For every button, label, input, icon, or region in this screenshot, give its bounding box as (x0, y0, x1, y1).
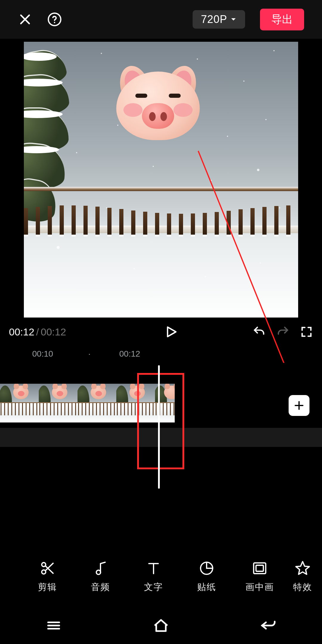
sticker-icon (199, 560, 215, 576)
chevron-down-icon (230, 16, 237, 23)
tool-pip[interactable]: 画中画 (233, 560, 286, 593)
text-icon (145, 560, 162, 576)
star-icon (295, 560, 311, 576)
pig-sticker (116, 66, 200, 140)
timeline-ruler[interactable]: 00:10·00:12 (0, 345, 322, 363)
timeline-playhead[interactable] (158, 365, 160, 489)
tool-audio[interactable]: 音频 (74, 560, 127, 593)
music-note-icon (92, 560, 109, 576)
preview-platform: /*posts generated below via JS for brevi… (24, 186, 298, 264)
help-button[interactable] (47, 12, 62, 27)
pip-icon (252, 560, 268, 576)
svg-marker-4 (168, 327, 176, 337)
ruler-mark: 00:10 (32, 349, 53, 359)
clip-thumbnail[interactable] (39, 384, 78, 422)
tool-label: 剪辑 (38, 581, 57, 593)
system-nav-bar (0, 608, 322, 644)
home-icon (151, 616, 171, 635)
ruler-mark: · (88, 349, 91, 359)
edit-toolbar: 剪辑 音频 文字 贴纸 画中画 特效 (0, 560, 322, 593)
resolution-label: 720P (201, 13, 227, 26)
svg-point-8 (42, 570, 46, 574)
clip-thumbnail[interactable] (0, 384, 39, 422)
tool-edit[interactable]: 剪辑 (21, 560, 74, 593)
scissors-icon (39, 560, 55, 576)
nav-back-button[interactable] (259, 616, 278, 636)
back-icon (259, 616, 278, 635)
svg-point-7 (42, 563, 46, 567)
svg-point-3 (54, 22, 55, 23)
time-duration: 00:12 (41, 326, 66, 338)
fullscreen-button[interactable] (300, 325, 313, 338)
ruler-mark: 00:12 (119, 349, 140, 359)
export-button[interactable]: 导出 (260, 9, 304, 30)
close-button[interactable] (18, 12, 32, 27)
tool-text[interactable]: 文字 (127, 560, 180, 593)
undo-button[interactable] (252, 325, 266, 339)
tool-label: 文字 (144, 581, 163, 593)
nav-menu-button[interactable] (44, 616, 63, 636)
menu-icon (44, 616, 63, 635)
play-button[interactable] (164, 325, 178, 339)
tool-label: 音频 (91, 581, 110, 593)
plus-icon (293, 400, 305, 411)
svg-marker-17 (296, 562, 309, 575)
playback-bar: 00:12 / 00:12 (0, 319, 322, 345)
annotation-highlight (137, 373, 184, 469)
resolution-button[interactable]: 720P (193, 10, 245, 29)
time-current: 00:12 (9, 326, 34, 338)
add-clip-button[interactable] (289, 395, 309, 416)
tool-effect[interactable]: 特效 (286, 560, 319, 593)
clip-thumbnail[interactable] (78, 384, 116, 422)
tool-sticker[interactable]: 贴纸 (180, 560, 233, 593)
video-preview[interactable]: /*posts generated below via JS for brevi… (24, 42, 298, 318)
time-separator: / (36, 326, 39, 338)
timeline[interactable] (0, 363, 322, 491)
svg-rect-16 (256, 565, 264, 571)
tool-label: 画中画 (245, 581, 274, 593)
tool-label: 贴纸 (197, 581, 216, 593)
nav-home-button[interactable] (151, 616, 171, 636)
export-label: 导出 (271, 13, 293, 25)
redo-button[interactable] (276, 325, 290, 339)
tool-label: 特效 (293, 581, 312, 593)
